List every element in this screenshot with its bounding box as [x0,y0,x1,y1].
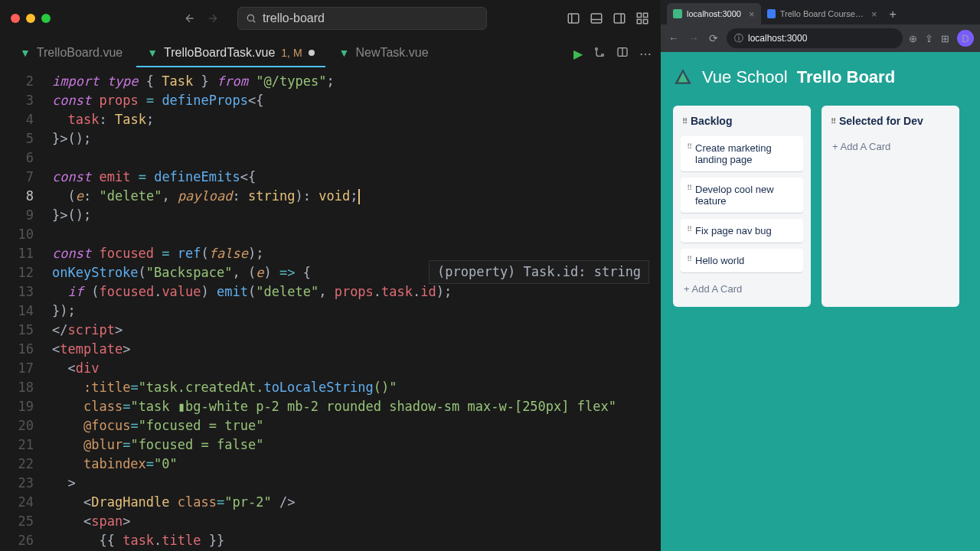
tab-newtask[interactable]: ▼ NewTask.vue [328,40,439,67]
brand-text-1: Vue School [702,67,788,87]
browser-reload-button[interactable]: ⟳ [707,32,720,44]
diff-icon[interactable] [593,46,606,61]
code-line[interactable]: tabindex="0" [52,455,661,474]
code-line[interactable]: if (focused.value) emit("delete", props.… [52,282,661,302]
code-line[interactable]: const props = defineProps<{ [52,91,661,110]
editor-tabs: ▼ TrelloBoard.vue ▼ TrelloBoardTask.vue … [0,37,661,70]
titlebar: trello-board [0,0,661,37]
nav-back-button[interactable] [181,9,199,28]
column-header[interactable]: ⠿Selected for Dev [829,113,952,130]
svg-rect-7 [637,13,641,17]
code-line[interactable]: <template> [52,340,661,359]
code-line[interactable]: task: Task; [52,110,661,129]
split-icon[interactable] [616,46,629,61]
svg-rect-8 [644,13,648,17]
svg-rect-5 [614,14,625,23]
profile-avatar[interactable]: D [957,30,974,47]
close-window-button[interactable] [11,14,20,23]
code-line[interactable] [52,148,661,168]
browser-tab-label: Trello Board Course | Tr [780,9,864,18]
tab-label: TrelloBoard.vue [37,46,122,60]
vue-icon: ▼ [339,47,350,59]
brand-text-2: Trello Board [797,67,895,87]
layout-right-icon[interactable] [612,11,627,26]
search-text: trello-board [263,11,325,25]
code-line[interactable]: @blur="focused = false" [52,435,661,455]
address-bar: ← → ⟳ ⓘ localhost:3000 ⊕ ⇪ ⊞ D [661,24,980,52]
browser-forward-button[interactable]: → [687,32,701,44]
code-line[interactable]: }>(); [52,206,661,225]
drag-handle-icon[interactable]: ⠿ [687,184,691,207]
tab-trelloboardtask[interactable]: ▼ TrelloBoardTask.vue 1, M [136,40,325,67]
window-controls [11,14,51,23]
board-column: ⠿Backlog⠿Create marketing landing page⠿D… [673,106,811,307]
share-icon[interactable]: ⇪ [925,33,933,44]
task-card[interactable]: ⠿Hello world [681,249,803,272]
nav-forward-button[interactable] [204,9,222,28]
command-search[interactable]: trello-board [237,7,487,30]
play-icon[interactable]: ▶ [573,47,583,61]
layout-controls [566,11,650,26]
browser-pane: localhost:3000 × Trello Board Course | T… [661,0,980,551]
column-header[interactable]: ⠿Backlog [681,113,803,130]
svg-rect-1 [568,14,579,23]
code-line[interactable]: class="task ▮bg-white p-2 mb-2 rounded s… [52,397,661,416]
code-line[interactable]: }>(); [52,129,661,148]
tab-label: NewTask.vue [355,46,428,60]
layout-bottom-icon[interactable] [589,11,604,26]
svg-point-11 [596,48,598,51]
drag-handle-icon[interactable]: ⠿ [831,117,835,126]
layout-left-icon[interactable] [566,11,581,26]
hover-tooltip: (property) Task.id: string [429,260,649,284]
task-card[interactable]: ⠿Create marketing landing page [681,136,803,171]
drag-handle-icon[interactable]: ⠿ [687,255,691,266]
svg-point-0 [247,15,253,21]
editor-body[interactable]: 2345678910111213141516171819202122232425… [0,70,661,551]
code-line[interactable]: }); [52,302,661,321]
line-gutter: 2345678910111213141516171819202122232425… [0,70,52,551]
app-viewport: Vue School Trello Board ⠿Backlog⠿Create … [661,52,980,551]
search-icon [246,13,256,24]
svg-point-12 [602,54,604,57]
code-line[interactable]: <span> [52,512,661,531]
browser-tab-label: localhost:3000 [687,9,741,18]
browser-tab-course[interactable]: Trello Board Course | Tr × [761,3,884,24]
extensions-icon[interactable]: ⊞ [941,33,949,44]
code-line[interactable]: <div [52,359,661,378]
code-line[interactable]: </script> [52,321,661,340]
code-line[interactable]: @focus="focused = true" [52,416,661,435]
task-card[interactable]: ⠿Develop cool new feature [681,178,803,213]
tab-trelloboard[interactable]: ▼ TrelloBoard.vue [9,40,133,67]
code-line[interactable]: > [52,474,661,493]
task-card[interactable]: ⠿Fix page nav bug [681,219,803,243]
code-line[interactable]: const emit = defineEmits<{ [52,168,661,187]
add-card-button[interactable]: + Add A Card [681,279,803,299]
vue-icon: ▼ [20,47,31,59]
code-line[interactable]: (e: "delete", payload: string): void; [52,187,661,206]
info-icon: ⓘ [734,32,743,45]
url-text: localhost:3000 [748,33,807,44]
code-line[interactable]: {{ task.title }} [52,531,661,550]
code-line[interactable] [52,225,661,244]
zoom-icon[interactable]: ⊕ [909,33,917,44]
new-tab-button[interactable]: + [884,5,903,24]
code-area[interactable]: import type { Task } from "@/types";cons… [52,70,661,551]
code-line[interactable]: import type { Task } from "@/types"; [52,72,661,91]
url-input[interactable]: ⓘ localhost:3000 [727,28,903,48]
maximize-window-button[interactable] [41,14,51,23]
drag-handle-icon[interactable]: ⠿ [687,142,691,165]
drag-handle-icon[interactable]: ⠿ [687,225,691,236]
browser-tab-localhost[interactable]: localhost:3000 × [667,3,761,24]
browser-back-button[interactable]: ← [667,32,681,44]
code-line[interactable]: <DragHandle class="pr-2" /> [52,493,661,512]
close-tab-button[interactable]: × [871,8,877,20]
vue-icon: ▼ [147,47,158,59]
layout-grid-icon[interactable] [635,11,650,26]
more-icon[interactable]: ⋯ [639,47,652,61]
modified-dot-icon [309,50,315,56]
close-tab-button[interactable]: × [749,8,755,20]
drag-handle-icon[interactable]: ⠿ [682,117,686,126]
minimize-window-button[interactable] [26,14,35,23]
code-line[interactable]: :title="task.createdAt.toLocaleString()" [52,378,661,397]
add-card-button[interactable]: + Add A Card [829,136,952,157]
